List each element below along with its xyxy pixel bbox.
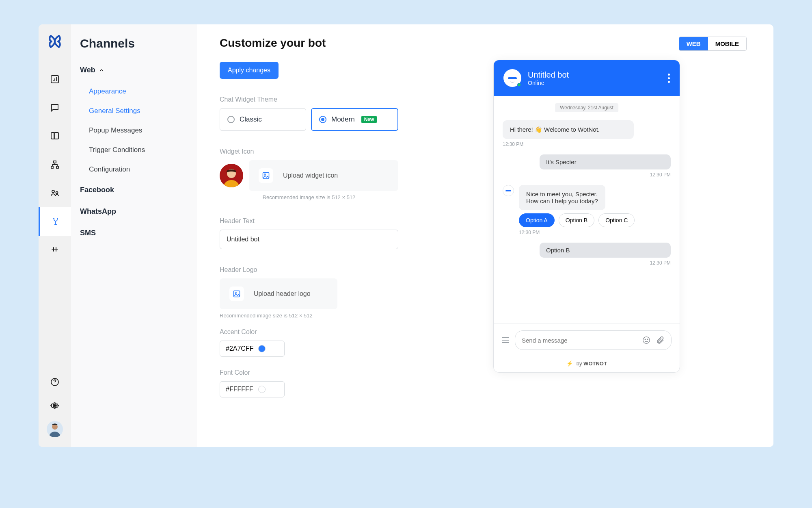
upload-widget-icon[interactable]: Upload widget icon <box>249 160 398 191</box>
online-indicator <box>517 83 521 87</box>
widget-footer: ⚡ by WOTNOT <box>494 356 680 372</box>
svg-rect-2 <box>51 166 53 168</box>
bot-avatar <box>503 69 521 87</box>
accent-color-input[interactable]: #2A7CFF <box>220 341 285 357</box>
widget-header: Untitled bot Online <box>494 60 680 96</box>
timestamp: 12:30 PM <box>519 230 671 235</box>
accent-color-label: Accent Color <box>220 328 398 336</box>
config-panel: Customize your bot Apply changes Chat Wi… <box>220 37 398 435</box>
attachment-icon[interactable] <box>656 336 665 345</box>
theme-label: Chat Widget Theme <box>220 96 398 103</box>
user-message: Option B <box>540 243 671 258</box>
sidebar-item-popup-messages[interactable]: Popup Messages <box>80 121 188 140</box>
menu-icon[interactable] <box>502 337 509 343</box>
radio-icon <box>319 116 326 123</box>
timestamp: 12:30 PM <box>503 260 671 266</box>
sidebar-item-appearance[interactable]: Appearance <box>80 82 188 101</box>
nav-chat[interactable] <box>39 93 71 122</box>
nav-team[interactable] <box>39 179 71 207</box>
image-icon <box>259 168 273 183</box>
emoji-icon[interactable] <box>642 336 651 345</box>
bot-title: Untitled bot <box>528 70 661 80</box>
widget-icon-label: Widget Icon <box>220 148 398 155</box>
svg-point-14 <box>235 292 236 293</box>
theme-option-classic[interactable]: Classic <box>220 108 306 131</box>
svg-point-12 <box>264 174 266 175</box>
svg-rect-1 <box>54 161 56 163</box>
svg-point-16 <box>645 339 646 340</box>
quick-reply-option-b[interactable]: Option B <box>559 213 594 227</box>
nav-analytics[interactable] <box>39 65 71 93</box>
timestamp: 12:30 PM <box>503 141 671 147</box>
tab-mobile[interactable]: MOBILE <box>708 37 746 50</box>
widget-icon-preview <box>220 164 243 187</box>
header-logo-hint: Recommended image size is 512 × 512 <box>220 313 398 319</box>
header-text-input[interactable] <box>220 230 398 249</box>
font-color-input[interactable]: #FFFFFF <box>220 381 285 397</box>
svg-point-5 <box>56 192 58 194</box>
svg-point-17 <box>647 339 648 340</box>
radio-icon <box>227 116 235 123</box>
message-input-wrapper <box>515 330 672 350</box>
svg-point-7 <box>54 404 56 407</box>
svg-point-4 <box>52 190 54 193</box>
device-toggle: WEB MOBILE <box>679 37 747 51</box>
chat-date: Wednesday, 21st August <box>555 103 618 112</box>
message-input[interactable] <box>522 337 637 344</box>
user-message: It's Specter <box>540 154 671 169</box>
tab-web[interactable]: WEB <box>679 37 708 50</box>
bot-message: Nice to meet you, Specter. How can I hel… <box>519 185 605 210</box>
nav-docs[interactable] <box>39 122 71 150</box>
more-icon[interactable] <box>668 74 670 83</box>
user-avatar[interactable] <box>47 421 63 437</box>
color-swatch <box>258 345 266 352</box>
color-swatch <box>258 386 266 393</box>
nav-settings[interactable] <box>39 397 71 414</box>
header-text-label: Header Text <box>220 217 398 225</box>
quick-reply-option-c[interactable]: Option C <box>598 213 635 227</box>
timestamp: 12:30 PM <box>503 172 671 178</box>
sidebar-item-trigger-conditions[interactable]: Trigger Conditions <box>80 140 188 160</box>
nav-help[interactable] <box>39 374 71 390</box>
image-icon <box>229 287 244 301</box>
chevron-up-icon <box>99 67 104 73</box>
chat-widget-preview: Untitled bot Online Wednesday, 21st Augu… <box>493 60 680 373</box>
bot-message: Hi there! 👋 Welcome to WotNot. <box>503 120 634 139</box>
bot-status: Online <box>528 80 661 86</box>
theme-option-modern[interactable]: Modern New <box>311 108 398 131</box>
font-color-label: Font Color <box>220 369 398 376</box>
app-logo <box>47 33 63 49</box>
svg-rect-3 <box>56 166 58 168</box>
svg-point-15 <box>643 337 650 344</box>
apply-changes-button[interactable]: Apply changes <box>220 62 279 79</box>
header-logo-label: Header Logo <box>220 266 398 274</box>
page-title: Customize your bot <box>220 37 398 50</box>
sidebar-item-general-settings[interactable]: General Settings <box>80 101 188 121</box>
nav-integrations[interactable] <box>39 236 71 264</box>
nav-rail <box>39 24 71 447</box>
sidebar-channel-facebook[interactable]: Facebook <box>80 179 188 201</box>
nav-channels[interactable] <box>39 207 71 236</box>
sidebar-title: Channels <box>80 37 188 50</box>
sidebar-item-configuration[interactable]: Configuration <box>80 160 188 179</box>
quick-reply-option-a[interactable]: Option A <box>519 213 555 227</box>
preview-panel: WEB MOBILE Untitled bot Online Wednesday… <box>423 37 751 435</box>
sidebar-channel-whatsapp[interactable]: WhatsApp <box>80 201 188 222</box>
nav-flows[interactable] <box>39 150 71 179</box>
upload-header-logo[interactable]: Upload header logo <box>220 278 337 309</box>
bolt-icon: ⚡ <box>566 360 573 367</box>
new-badge: New <box>361 116 377 123</box>
sidebar-section-web[interactable]: Web <box>80 66 188 74</box>
widget-icon-hint: Recommended image size is 512 × 512 <box>220 194 398 200</box>
bot-avatar-small <box>503 185 514 196</box>
sidebar-channel-sms[interactable]: SMS <box>80 222 188 244</box>
channels-sidebar: Channels Web Appearance General Settings… <box>71 24 197 447</box>
